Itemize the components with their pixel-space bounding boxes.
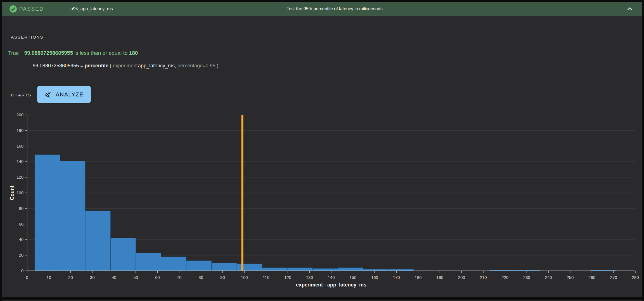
section-divider xyxy=(9,79,635,79)
assertion-result: True xyxy=(8,50,19,56)
histogram-svg: 0204060801001201401601802000102030405060… xyxy=(2,108,642,297)
test-header[interactable]: PASSED p95_app_latency_ms Test the 95th … xyxy=(2,2,642,16)
histogram-bar[interactable] xyxy=(35,155,60,271)
x-tick-label: 10 xyxy=(46,275,51,280)
y-tick-label: 200 xyxy=(16,112,23,117)
x-tick-label: 100 xyxy=(241,275,248,280)
formula-arg-field: app_latency_ms, xyxy=(138,63,176,68)
x-tick-label: 140 xyxy=(328,275,335,280)
next-panel-edge xyxy=(2,300,642,301)
y-tick-label: 100 xyxy=(16,190,23,195)
query-stats-icon xyxy=(44,91,52,98)
chevron-up-icon[interactable] xyxy=(626,6,633,12)
x-tick-label: 240 xyxy=(545,275,552,280)
x-tick-label: 130 xyxy=(306,275,313,280)
assertion-formula: 99.08807258605955 = percentile ( experim… xyxy=(33,63,219,69)
formula-close-paren: ) xyxy=(217,63,219,68)
x-tick-label: 250 xyxy=(567,275,574,280)
histogram-bar[interactable] xyxy=(161,257,186,271)
x-tick-label: 170 xyxy=(393,275,400,280)
histogram-bar[interactable] xyxy=(60,161,85,271)
y-tick-label: 0 xyxy=(21,268,23,273)
test-name: p95_app_latency_ms xyxy=(70,2,113,16)
histogram-bar[interactable] xyxy=(262,268,287,271)
histogram-bar[interactable] xyxy=(212,263,237,271)
formula-function: percentile xyxy=(85,63,108,68)
histogram-bar[interactable] xyxy=(287,268,312,271)
x-tick-label: 50 xyxy=(133,275,138,280)
assertion-result-line: True 99.08807258605955 is less than or e… xyxy=(8,50,138,56)
x-tick-label: 160 xyxy=(371,275,378,280)
assertion-comparison: is less than or equal to xyxy=(74,50,127,56)
y-tick-label: 180 xyxy=(16,128,23,133)
y-tick-label: 80 xyxy=(19,206,23,211)
x-tick-label: 230 xyxy=(523,275,530,280)
formula-lhs: 99.08807258605955 xyxy=(33,63,79,68)
analyze-button[interactable]: ANALYZE xyxy=(37,86,91,103)
x-tick-label: 120 xyxy=(284,275,291,280)
formula-kwarg: percentage=0.95 xyxy=(177,63,216,68)
x-tick-label: 40 xyxy=(112,275,117,280)
status-badge: PASSED xyxy=(19,2,44,16)
x-tick-label: 0 xyxy=(26,275,28,280)
y-tick-label: 120 xyxy=(16,175,23,179)
histogram-bar[interactable] xyxy=(136,253,161,271)
assertion-measured-value: 99.08807258605955 xyxy=(24,50,73,56)
formula-arg-namespace: experiment. xyxy=(113,63,139,68)
x-tick-label: 70 xyxy=(177,275,182,280)
analyze-button-label: ANALYZE xyxy=(56,91,84,98)
x-tick-label: 20 xyxy=(68,275,73,280)
x-tick-label: 260 xyxy=(588,275,595,280)
x-tick-label: 90 xyxy=(220,275,225,280)
formula-equals: = xyxy=(80,63,83,68)
y-tick-label: 60 xyxy=(19,222,23,226)
check-circle-icon xyxy=(9,5,17,13)
histogram-bar[interactable] xyxy=(237,264,262,271)
assertions-section-label: ASSERTIONS xyxy=(11,35,43,39)
test-description: Test the 95th percentile of latency in m… xyxy=(287,2,382,16)
y-axis-title: Count xyxy=(9,186,15,200)
x-tick-label: 150 xyxy=(349,275,356,280)
test-result-panel: PASSED p95_app_latency_ms Test the 95th … xyxy=(2,2,642,297)
x-tick-label: 270 xyxy=(610,275,617,280)
x-tick-label: 220 xyxy=(501,275,508,280)
x-tick-label: 180 xyxy=(415,275,422,280)
histogram-bar[interactable] xyxy=(85,211,110,271)
formula-open-paren: ( xyxy=(110,63,112,68)
x-tick-label: 280 xyxy=(632,275,639,280)
x-tick-label: 60 xyxy=(155,275,160,280)
x-tick-label: 80 xyxy=(198,275,203,280)
charts-section-label: CHARTS xyxy=(11,93,31,97)
histogram-bar[interactable] xyxy=(110,238,136,271)
x-tick-label: 210 xyxy=(480,275,487,280)
y-tick-label: 20 xyxy=(19,253,23,257)
latency-histogram-chart[interactable]: 0204060801001201401601802000102030405060… xyxy=(2,108,642,297)
histogram-bar[interactable] xyxy=(338,268,363,271)
x-tick-label: 30 xyxy=(90,275,95,280)
histogram-bar[interactable] xyxy=(186,261,211,271)
assertion-threshold: 180 xyxy=(129,50,138,56)
y-tick-label: 140 xyxy=(16,159,23,164)
histogram-bar[interactable] xyxy=(312,269,338,271)
y-tick-label: 160 xyxy=(16,144,23,148)
x-axis-title: experiment - app_latency_ms xyxy=(296,282,366,288)
x-tick-label: 190 xyxy=(436,275,443,280)
x-tick-label: 200 xyxy=(458,275,465,280)
x-tick-label: 110 xyxy=(263,275,269,280)
y-tick-label: 40 xyxy=(19,237,23,242)
